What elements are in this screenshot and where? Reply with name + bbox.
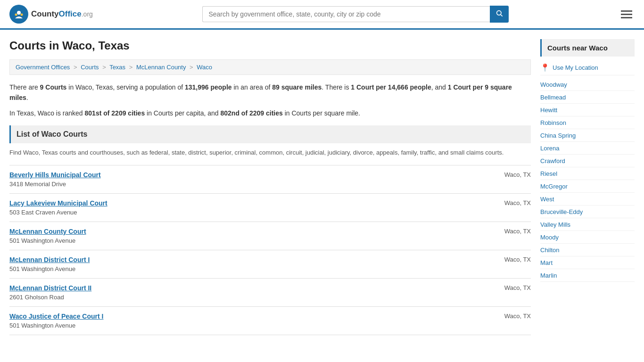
breadcrumb-texas[interactable]: Texas xyxy=(109,64,125,71)
search-bar xyxy=(202,6,509,23)
court-city: Waco, TX xyxy=(495,171,531,178)
list-item: Chilton xyxy=(540,244,635,256)
list-section-header: List of Waco Courts xyxy=(9,125,531,143)
court-list: Beverly Hills Municipal Court 3418 Memor… xyxy=(9,165,531,335)
court-city: Waco, TX xyxy=(495,256,531,263)
court-name-link[interactable]: McLennan District Court II xyxy=(9,284,495,292)
nearby-city-link[interactable]: Crawford xyxy=(540,157,565,165)
list-item: Moody xyxy=(540,231,635,244)
rank-area: 802nd of 2209 cities xyxy=(220,109,282,117)
table-row: Beverly Hills Municipal Court 3418 Memor… xyxy=(9,165,531,194)
list-description: Find Waco, Texas courts and courthouses,… xyxy=(9,148,531,158)
population: 131,996 people xyxy=(185,83,232,91)
nearby-city-link[interactable]: China Spring xyxy=(540,132,576,139)
nearby-cities-list: WoodwayBellmeadHewittRobinsonChina Sprin… xyxy=(540,78,635,282)
list-item: Mart xyxy=(540,256,635,269)
per-capita: 1 Court per 14,666 people xyxy=(351,83,431,91)
breadcrumb-government-offices[interactable]: Government Offices xyxy=(16,64,70,71)
location-pin-icon: 📍 xyxy=(540,63,550,72)
court-address: 501 Washington Avenue xyxy=(9,237,75,244)
use-my-location-link[interactable]: Use My Location xyxy=(553,64,598,71)
svg-point-1 xyxy=(17,11,21,15)
court-info: Beverly Hills Municipal Court 3418 Memor… xyxy=(9,171,495,188)
list-item: Bellmead xyxy=(540,91,635,104)
sidebar: Courts near Waco 📍 Use My Location Woodw… xyxy=(540,39,635,335)
nearby-city-link[interactable]: Moody xyxy=(540,234,559,241)
list-item: McGregor xyxy=(540,180,635,193)
court-name-link[interactable]: Waco Justice of Peace Court I xyxy=(9,313,495,320)
court-city: Waco, TX xyxy=(495,199,531,206)
list-item: Valley Mills xyxy=(540,218,635,231)
court-name-link[interactable]: McLennan County Court xyxy=(9,228,495,235)
court-address: 3418 Memorial Drive xyxy=(9,181,66,188)
table-row: McLennan District Court II 2601 Gholson … xyxy=(9,279,531,307)
court-city: Waco, TX xyxy=(495,228,531,235)
nearby-city-link[interactable]: Bellmead xyxy=(540,94,566,101)
breadcrumb-waco[interactable]: Waco xyxy=(197,64,212,71)
list-item: Lorena xyxy=(540,142,635,155)
search-button[interactable] xyxy=(490,6,509,23)
page-title: Courts in Waco, Texas xyxy=(9,39,531,52)
area: 89 square miles xyxy=(272,83,322,91)
court-info: Waco Justice of Peace Court I 501 Washin… xyxy=(9,313,495,329)
list-item: Bruceville-Eddy xyxy=(540,206,635,218)
court-address: 2601 Gholson Road xyxy=(9,294,64,301)
info-paragraph-1: There are 9 Courts in Waco, Texas, servi… xyxy=(9,82,531,103)
nearby-city-link[interactable]: Woodway xyxy=(540,81,567,88)
court-info: Lacy Lakeview Municipal Court 503 East C… xyxy=(9,199,495,216)
court-address: 501 Washington Avenue xyxy=(9,322,75,329)
nearby-city-link[interactable]: Lorena xyxy=(540,145,559,152)
list-item: Woodway xyxy=(540,78,635,91)
list-item: Hewitt xyxy=(540,104,635,116)
table-row: Lacy Lakeview Municipal Court 503 East C… xyxy=(9,194,531,222)
table-row: McLennan District Court I 501 Washington… xyxy=(9,250,531,279)
nearby-city-link[interactable]: Mart xyxy=(540,259,553,266)
courts-count: 9 Courts xyxy=(40,83,67,91)
table-row: McLennan County Court 501 Washington Ave… xyxy=(9,222,531,250)
nearby-city-link[interactable]: Robinson xyxy=(540,119,566,126)
header: CountyOffice.org xyxy=(0,0,644,30)
rank-capita: 801st of 2209 cities xyxy=(85,109,145,117)
court-city: Waco, TX xyxy=(495,284,531,291)
breadcrumb: Government Offices > Courts > Texas > Mc… xyxy=(9,59,531,75)
main-container: Courts in Waco, Texas Government Offices… xyxy=(0,30,644,345)
nearby-city-link[interactable]: Valley Mills xyxy=(540,221,570,228)
nearby-city-link[interactable]: McGregor xyxy=(540,183,568,190)
court-name-link[interactable]: Lacy Lakeview Municipal Court xyxy=(9,199,495,207)
court-info: McLennan District Court I 501 Washington… xyxy=(9,256,495,272)
court-name-link[interactable]: McLennan District Court I xyxy=(9,256,495,263)
list-item: Marlin xyxy=(540,269,635,282)
breadcrumb-courts[interactable]: Courts xyxy=(81,64,99,71)
list-item: West xyxy=(540,193,635,206)
per-area: 1 Court per 9 square miles xyxy=(9,83,512,101)
list-item: Crawford xyxy=(540,155,635,167)
sidebar-location: 📍 Use My Location xyxy=(540,60,635,75)
sidebar-header: Courts near Waco xyxy=(540,39,635,57)
nearby-city-link[interactable]: Bruceville-Eddy xyxy=(540,208,583,215)
search-input[interactable] xyxy=(202,6,490,22)
svg-point-2 xyxy=(15,14,17,16)
table-row: Waco Justice of Peace Court I 501 Washin… xyxy=(9,307,531,335)
list-item: Riesel xyxy=(540,167,635,180)
logo-area: CountyOffice.org xyxy=(9,5,93,24)
nearby-city-link[interactable]: Marlin xyxy=(540,272,557,279)
nearby-city-link[interactable]: Riesel xyxy=(540,170,557,177)
logo-text: CountyOffice.org xyxy=(31,9,93,19)
info-paragraph-2: In Texas, Waco is ranked 801st of 2209 c… xyxy=(9,108,531,118)
svg-line-5 xyxy=(501,15,503,16)
logo-icon xyxy=(9,5,28,24)
court-address: 501 Washington Avenue xyxy=(9,265,75,272)
nearby-city-link[interactable]: Chilton xyxy=(540,247,559,254)
hamburger-menu-button[interactable] xyxy=(619,8,635,21)
nearby-city-link[interactable]: Hewitt xyxy=(540,107,557,114)
content-area: Courts in Waco, Texas Government Offices… xyxy=(9,39,531,335)
list-item: Robinson xyxy=(540,116,635,129)
court-info: McLennan District Court II 2601 Gholson … xyxy=(9,284,495,301)
court-address: 503 East Craven Avenue xyxy=(9,209,77,216)
court-city: Waco, TX xyxy=(495,313,531,320)
breadcrumb-mclennan-county[interactable]: McLennan County xyxy=(136,64,186,71)
court-info: McLennan County Court 501 Washington Ave… xyxy=(9,228,495,244)
nearby-city-link[interactable]: West xyxy=(540,196,554,203)
list-item: China Spring xyxy=(540,129,635,142)
court-name-link[interactable]: Beverly Hills Municipal Court xyxy=(9,171,495,179)
